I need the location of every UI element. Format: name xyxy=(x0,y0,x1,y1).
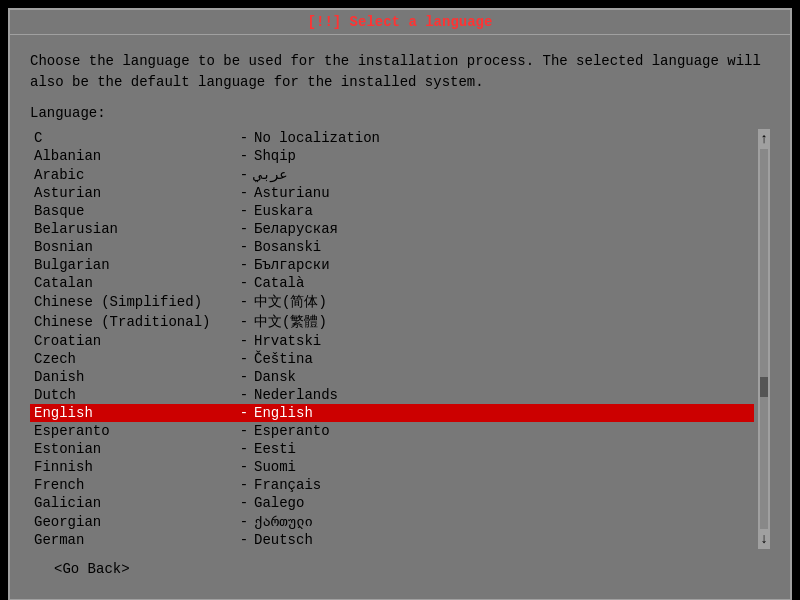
go-back-area: <Go Back> xyxy=(30,549,770,589)
title-bar: [!!] Select a language xyxy=(10,10,790,35)
list-item[interactable]: Georgian-ქართული xyxy=(30,512,754,531)
lang-native: Shqip xyxy=(254,148,296,164)
lang-dash: - xyxy=(234,257,254,273)
lang-native: No localization xyxy=(254,130,380,146)
list-item[interactable]: German-Deutsch xyxy=(30,531,754,549)
lang-native: Български xyxy=(254,257,330,273)
lang-dash: - xyxy=(234,405,254,421)
list-item[interactable]: Danish-Dansk xyxy=(30,368,754,386)
lang-native: Esperanto xyxy=(254,423,330,439)
lang-name: German xyxy=(34,532,234,548)
lang-dash: - xyxy=(234,203,254,219)
list-item[interactable]: Bosnian-Bosanski xyxy=(30,238,754,256)
list-container: C-No localizationAlbanian-ShqipArabic-عر… xyxy=(30,129,770,549)
go-back-button[interactable]: <Go Back> xyxy=(50,559,134,579)
lang-native: Bosanski xyxy=(254,239,321,255)
scroll-track xyxy=(760,149,768,529)
lang-dash: - xyxy=(234,185,254,201)
lang-name: Bosnian xyxy=(34,239,234,255)
lang-name: Basque xyxy=(34,203,234,219)
lang-dash: - xyxy=(234,514,254,530)
lang-dash: - xyxy=(234,369,254,385)
description-line2: also be the default language for the ins… xyxy=(30,72,770,93)
lang-native: English xyxy=(254,405,313,421)
lang-dash: - xyxy=(234,167,254,183)
lang-native: 中文(繁體) xyxy=(254,313,327,331)
lang-native: Asturianu xyxy=(254,185,330,201)
lang-name: Arabic xyxy=(34,167,234,183)
list-item[interactable]: French-Français xyxy=(30,476,754,494)
language-list[interactable]: C-No localizationAlbanian-ShqipArabic-عر… xyxy=(30,129,754,549)
lang-name: Dutch xyxy=(34,387,234,403)
lang-name: Danish xyxy=(34,369,234,385)
lang-native: Deutsch xyxy=(254,532,313,548)
lang-native: Suomi xyxy=(254,459,296,475)
lang-name: Bulgarian xyxy=(34,257,234,273)
list-item[interactable]: Galician-Galego xyxy=(30,494,754,512)
lang-native: Français xyxy=(254,477,321,493)
language-section-label: Language: xyxy=(30,105,770,121)
scroll-thumb[interactable] xyxy=(760,377,768,397)
lang-dash: - xyxy=(234,130,254,146)
list-item[interactable]: Estonian-Eesti xyxy=(30,440,754,458)
lang-dash: - xyxy=(234,221,254,237)
lang-name: Estonian xyxy=(34,441,234,457)
lang-native: Català xyxy=(254,275,304,291)
lang-dash: - xyxy=(234,351,254,367)
list-item[interactable]: Belarusian-Беларуская xyxy=(30,220,754,238)
list-item[interactable]: Basque-Euskara xyxy=(30,202,754,220)
lang-name: Catalan xyxy=(34,275,234,291)
scroll-up-arrow[interactable]: ↑ xyxy=(760,131,768,147)
lang-name: Chinese (Simplified) xyxy=(34,294,234,310)
lang-name: Albanian xyxy=(34,148,234,164)
description-line1: Choose the language to be used for the i… xyxy=(30,51,770,72)
scrollbar[interactable]: ↑ ↓ xyxy=(758,129,770,549)
lang-native: Galego xyxy=(254,495,304,511)
list-item[interactable]: Bulgarian-Български xyxy=(30,256,754,274)
lang-dash: - xyxy=(234,275,254,291)
list-item[interactable]: Dutch-Nederlands xyxy=(30,386,754,404)
list-item[interactable]: Chinese (Simplified)-中文(简体) xyxy=(30,292,754,312)
lang-native: Беларуская xyxy=(254,221,338,237)
lang-name: French xyxy=(34,477,234,493)
list-item[interactable]: Esperanto-Esperanto xyxy=(30,422,754,440)
lang-native: Eesti xyxy=(254,441,296,457)
lang-native: Dansk xyxy=(254,369,296,385)
lang-name: Czech xyxy=(34,351,234,367)
lang-name: Croatian xyxy=(34,333,234,349)
lang-dash: - xyxy=(234,148,254,164)
lang-native: 中文(简体) xyxy=(254,293,327,311)
lang-name: Esperanto xyxy=(34,423,234,439)
lang-dash: - xyxy=(234,495,254,511)
list-item[interactable]: Croatian-Hrvatski xyxy=(30,332,754,350)
list-item[interactable]: Catalan-Català xyxy=(30,274,754,292)
lang-name: C xyxy=(34,130,234,146)
list-item[interactable]: Arabic-عربي xyxy=(30,165,754,184)
list-item[interactable]: Asturian-Asturianu xyxy=(30,184,754,202)
scroll-down-arrow[interactable]: ↓ xyxy=(760,531,768,547)
lang-dash: - xyxy=(234,459,254,475)
lang-name: Asturian xyxy=(34,185,234,201)
lang-native: Čeština xyxy=(254,351,313,367)
lang-native: ქართული xyxy=(254,513,313,530)
list-item[interactable]: C-No localization xyxy=(30,129,754,147)
list-item[interactable]: Finnish-Suomi xyxy=(30,458,754,476)
lang-dash: - xyxy=(234,387,254,403)
lang-dash: - xyxy=(234,532,254,548)
lang-dash: - xyxy=(234,314,254,330)
lang-name: English xyxy=(34,405,234,421)
lang-dash: - xyxy=(234,441,254,457)
list-item[interactable]: Albanian-Shqip xyxy=(30,147,754,165)
content-area: Choose the language to be used for the i… xyxy=(10,35,790,599)
main-window: [!!] Select a language Choose the langua… xyxy=(8,8,792,600)
lang-dash: - xyxy=(234,239,254,255)
lang-name: Georgian xyxy=(34,514,234,530)
list-item[interactable]: Chinese (Traditional)-中文(繁體) xyxy=(30,312,754,332)
lang-native: Nederlands xyxy=(254,387,338,403)
lang-name: Belarusian xyxy=(34,221,234,237)
list-item[interactable]: Czech-Čeština xyxy=(30,350,754,368)
list-item[interactable]: English-English xyxy=(30,404,754,422)
lang-dash: - xyxy=(234,423,254,439)
lang-name: Galician xyxy=(34,495,234,511)
description: Choose the language to be used for the i… xyxy=(30,51,770,93)
